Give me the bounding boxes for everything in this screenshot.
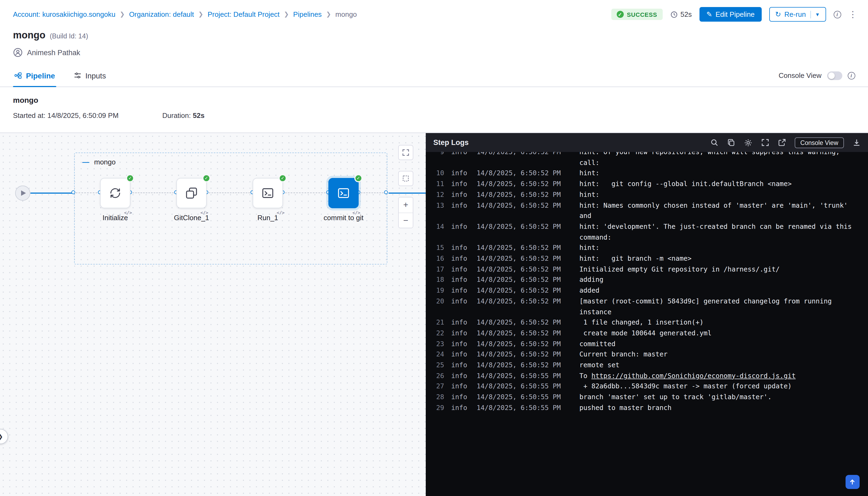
breadcrumb-separator-icon: ❯ — [326, 11, 331, 18]
log-ln: 20 — [426, 296, 444, 307]
step-success-icon: ✓ — [354, 174, 362, 182]
log-row: 27info14/8/2025, 6:50:55 PM + 82a6dbb...… — [426, 382, 868, 392]
log-row: instance — [426, 307, 868, 317]
log-lvl: info — [451, 222, 469, 232]
tab-inputs[interactable]: Inputs — [72, 64, 107, 87]
log-msg: pushed to master branch — [579, 403, 868, 414]
kebab-menu-icon[interactable]: ⋮ — [849, 10, 857, 19]
zoom-in-button[interactable]: + — [399, 198, 413, 213]
breadcrumb-link[interactable]: Pipelines — [293, 10, 322, 18]
tab-bar-right: Console View i — [778, 64, 855, 87]
step-card[interactable] — [253, 178, 283, 208]
avatar-icon — [13, 48, 23, 57]
connector-line — [30, 192, 74, 193]
breadcrumb: Account: kurosakiichigo.songoku❯Organiza… — [13, 10, 357, 18]
log-msg: create mode 100644 generated.yml — [579, 328, 868, 339]
log-list: 9info14/8/2025, 6:50:52 PMhint: of your … — [426, 152, 868, 414]
gear-icon[interactable] — [744, 138, 753, 147]
breadcrumb-link[interactable]: Account: kurosakiichigo.songoku — [13, 10, 115, 18]
canvas-fullscreen-button[interactable] — [398, 145, 413, 160]
log-time: 14/8/2025, 6:50:52 PM — [477, 328, 572, 339]
step-success-icon: ✓ — [126, 174, 134, 182]
author-row: Animesh Pathak — [0, 41, 868, 57]
build-id: (Build Id: 14) — [50, 32, 88, 40]
log-ln: 22 — [426, 328, 444, 339]
log-msg: hint: — [579, 243, 868, 254]
log-row: 12info14/8/2025, 6:50:52 PMhint: — [426, 190, 868, 200]
external-link-icon[interactable] — [778, 138, 786, 146]
log-ln: 10 — [426, 169, 444, 179]
log-ln: 25 — [426, 360, 444, 371]
log-ln: 18 — [426, 275, 444, 285]
download-icon[interactable] — [852, 138, 861, 146]
log-lvl: info — [451, 264, 469, 275]
canvas-select-button[interactable] — [398, 171, 413, 186]
panel-edge-handle[interactable]: ❯ — [0, 429, 8, 444]
expand-logs-icon[interactable] — [761, 138, 770, 146]
step-label: Run_1 — [230, 214, 306, 222]
breadcrumb-link[interactable]: Organization: default — [129, 10, 194, 18]
console-view-toggle[interactable] — [827, 71, 842, 80]
build-duration: 52s — [670, 10, 692, 18]
step-success-icon: ✓ — [279, 174, 287, 182]
log-lvl: info — [451, 403, 469, 414]
copy-icon[interactable] — [727, 138, 735, 146]
console-view-button[interactable]: Console View — [795, 137, 844, 148]
log-time: 14/8/2025, 6:50:52 PM — [477, 200, 572, 211]
log-row: 22info14/8/2025, 6:50:52 PM create mode … — [426, 328, 868, 339]
log-msg: Current branch: master — [579, 350, 868, 360]
pipeline-canvas[interactable]: — mongo ✓</>Initialize✓</>GitClone_1✓</>… — [0, 133, 426, 496]
log-row: 26info14/8/2025, 6:50:55 PMTo https://gi… — [426, 371, 868, 382]
execution-summary: mongo Started at: 14/8/2025, 6:50:09 PM … — [0, 87, 868, 133]
scroll-to-top-button[interactable] — [845, 475, 859, 489]
pipeline-start-node[interactable] — [15, 186, 30, 201]
inputs-icon — [73, 72, 81, 79]
log-msg: added — [579, 285, 868, 296]
zoom-out-button[interactable]: − — [399, 213, 413, 228]
log-time: 14/8/2025, 6:50:52 PM — [477, 152, 572, 158]
log-lvl: info — [451, 190, 469, 200]
fullscreen-icon — [402, 149, 409, 156]
tab-pipeline[interactable]: Pipeline — [13, 64, 56, 87]
tab-pipeline-label: Pipeline — [26, 71, 55, 80]
info-icon[interactable]: i — [833, 11, 841, 18]
connector-dot[interactable] — [384, 190, 388, 194]
log-lvl: info — [451, 169, 469, 179]
duration-row: Duration: 52s — [162, 111, 204, 120]
log-lvl: info — [451, 392, 469, 403]
log-row: 15info14/8/2025, 6:50:52 PMhint: — [426, 243, 868, 254]
connector-dot[interactable] — [71, 190, 75, 194]
pipeline-icon — [14, 72, 22, 79]
collapse-stage-icon[interactable]: — — [82, 158, 89, 166]
log-body[interactable]: 9info14/8/2025, 6:50:52 PMhint: of your … — [426, 152, 868, 496]
refresh-icon: ↻ — [775, 10, 781, 18]
log-link[interactable]: https://github.com/Sonichigo/economy-dis… — [591, 372, 795, 380]
rerun-button[interactable]: ↻ Re-run ▼ — [769, 7, 826, 22]
edit-pipeline-button[interactable]: ✎ Edit Pipeline — [699, 7, 761, 22]
step-card[interactable] — [176, 178, 207, 208]
log-lvl: info — [451, 243, 469, 254]
stage-box: — mongo — [74, 153, 387, 264]
step-card[interactable] — [328, 178, 359, 208]
log-row: command: — [426, 232, 868, 243]
log-msg: hint: git branch -m <name> — [579, 254, 868, 264]
connector-line — [133, 192, 176, 193]
step-label: GitClone_1 — [154, 214, 229, 222]
log-msg: hint: of your new repositories, which wi… — [579, 152, 868, 158]
log-msg: and — [579, 211, 868, 221]
log-msg: hint: — [579, 169, 868, 179]
log-lvl: info — [451, 339, 469, 350]
log-msg: branch 'master' set up to track 'gitlab/… — [579, 392, 868, 403]
breadcrumb-link[interactable]: Project: Default Project — [208, 10, 280, 18]
search-icon[interactable] — [711, 138, 719, 146]
log-time: 14/8/2025, 6:50:55 PM — [477, 371, 572, 382]
log-time: 14/8/2025, 6:50:52 PM — [477, 285, 572, 296]
step-logs-title: Step Logs — [433, 138, 469, 146]
step-card[interactable] — [100, 178, 130, 208]
console-view-info-icon[interactable]: i — [848, 72, 855, 79]
pipeline-execution-page: Account: kurosakiichigo.songoku❯Organiza… — [0, 0, 868, 496]
log-lvl: info — [451, 296, 469, 307]
log-msg: hint: — [579, 190, 868, 200]
log-msg: 1 file changed, 1 insertion(+) — [579, 318, 868, 328]
main-area: — mongo ✓</>Initialize✓</>GitClone_1✓</>… — [0, 133, 868, 496]
